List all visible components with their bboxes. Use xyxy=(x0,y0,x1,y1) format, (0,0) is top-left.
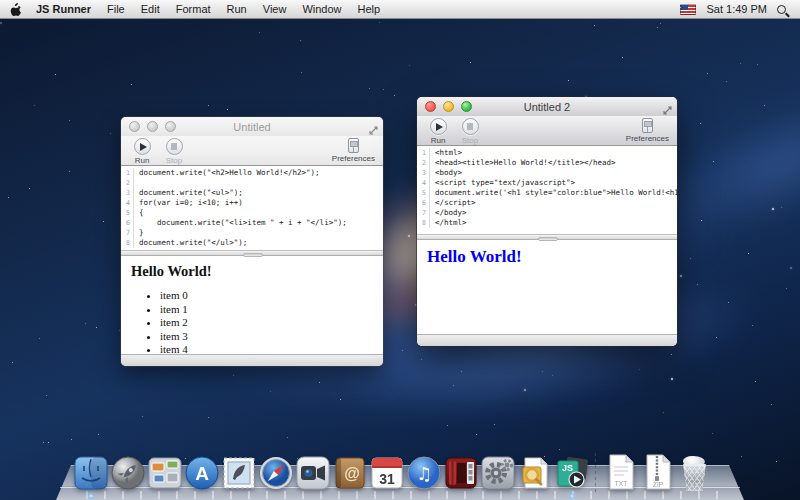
output-list: item 0item 1item 2item 3item 4item 5 xyxy=(131,289,373,354)
svg-text:ZIP: ZIP xyxy=(652,481,662,488)
output-list-item: item 2 xyxy=(160,316,373,330)
window-status-bar xyxy=(417,334,677,346)
dock-launchpad-icon[interactable] xyxy=(109,451,146,491)
code-text: <head><title>Hello World!</title></head> xyxy=(430,158,616,168)
close-button[interactable] xyxy=(425,101,436,112)
close-button[interactable] xyxy=(129,121,140,132)
window-status-bar xyxy=(121,354,383,366)
menu-item[interactable]: View xyxy=(263,3,287,15)
code-line[interactable]: 8 </html> xyxy=(417,218,677,228)
dock-ical-icon[interactable]: 31 xyxy=(368,451,405,491)
run-button[interactable]: Run xyxy=(129,138,155,165)
stop-icon xyxy=(467,123,474,130)
code-line[interactable]: 3 document.write("<ul>"); xyxy=(121,188,383,198)
preferences-switch-icon xyxy=(642,118,653,133)
svg-text:JS: JS xyxy=(562,463,573,473)
dock-app-store-icon[interactable]: A xyxy=(183,451,220,491)
dock-address-book-icon[interactable]: @ xyxy=(331,451,368,491)
dock-photo-booth-icon[interactable] xyxy=(442,451,479,491)
stop-button[interactable]: Stop xyxy=(161,138,187,165)
code-text: <body> xyxy=(430,168,462,178)
code-text: </html> xyxy=(430,218,467,228)
code-editor[interactable]: 1 <html> 2 <head><title>Hello World!</ti… xyxy=(417,146,677,234)
dock-trash-icon[interactable] xyxy=(676,451,713,491)
line-number: 6 xyxy=(121,218,134,228)
minimize-button[interactable] xyxy=(443,101,454,112)
output-heading: Hello World! xyxy=(427,247,667,267)
dock-mail-icon[interactable] xyxy=(220,451,257,491)
running-indicator xyxy=(570,494,574,498)
preferences-button[interactable]: Preferences xyxy=(332,138,375,163)
dock-facetime-icon[interactable] xyxy=(294,451,331,491)
apple-menu-icon[interactable] xyxy=(10,2,22,16)
code-line[interactable]: 3 <body> xyxy=(417,168,677,178)
code-text: </script> xyxy=(430,198,476,208)
titlebar[interactable]: Untitled 2 xyxy=(417,97,677,116)
output-list-item: item 1 xyxy=(160,303,373,317)
menu-item[interactable]: Help xyxy=(358,3,381,15)
input-language-flag-icon[interactable] xyxy=(680,4,696,15)
zoom-button[interactable] xyxy=(165,121,176,132)
svg-text:TXT: TXT xyxy=(614,480,626,487)
minimize-button[interactable] xyxy=(147,121,158,132)
run-button[interactable]: Run xyxy=(425,118,451,145)
dock-safari-icon[interactable] xyxy=(257,451,294,491)
stop-button[interactable]: Stop xyxy=(457,118,483,145)
code-line[interactable]: 6 document.write("<li>item " + i + "</li… xyxy=(121,218,383,228)
menu-item[interactable]: Run xyxy=(227,3,247,15)
spotlight-search-icon[interactable] xyxy=(777,5,786,14)
app-menu-title[interactable]: JS Runner xyxy=(36,3,91,15)
code-line[interactable]: 5 { xyxy=(121,208,383,218)
split-handle[interactable] xyxy=(417,234,677,240)
play-icon xyxy=(436,123,443,131)
zoom-button[interactable] xyxy=(461,101,472,112)
output-list-item: item 0 xyxy=(160,289,373,303)
code-line[interactable]: 7 </body> xyxy=(417,208,677,218)
code-line[interactable]: 5 document.write('<h1 style="color:blue"… xyxy=(417,188,677,198)
code-text xyxy=(134,178,139,188)
svg-text:31: 31 xyxy=(379,471,395,487)
menu-item[interactable]: File xyxy=(107,3,125,15)
stop-icon xyxy=(171,143,178,150)
line-number: 7 xyxy=(417,208,430,218)
menu-item[interactable]: Edit xyxy=(141,3,160,15)
output-heading: Hello World! xyxy=(131,263,373,280)
dock-zip-document-icon[interactable]: ZIP xyxy=(639,451,676,491)
line-number: 5 xyxy=(417,188,430,198)
menu-item[interactable]: Window xyxy=(302,3,341,15)
menubar-clock[interactable]: Sat 1:49 PM xyxy=(706,3,767,15)
dock-finder-icon[interactable] xyxy=(72,451,109,491)
window-untitled-2: Untitled 2 Run Stop Preferences 1 <html>… xyxy=(417,97,677,346)
window-title: Untitled xyxy=(233,121,270,133)
dock-preview-icon[interactable] xyxy=(516,451,553,491)
code-text: </body> xyxy=(430,208,467,218)
code-line[interactable]: 4 for(var i=0; i<10; i++) xyxy=(121,198,383,208)
code-line[interactable]: 1 <html> xyxy=(417,148,677,158)
toolbar: Run Stop Preferences xyxy=(121,136,383,166)
code-text: for(var i=0; i<10; i++) xyxy=(134,198,243,208)
play-icon xyxy=(140,143,147,151)
dock-system-preferences-icon[interactable] xyxy=(479,451,516,491)
code-line[interactable]: 2 <head><title>Hello World!</title></hea… xyxy=(417,158,677,168)
code-text: { xyxy=(134,208,144,218)
code-editor[interactable]: 1 document.write("<h2>Hello World!</h2>"… xyxy=(121,166,383,250)
code-line[interactable]: 2 xyxy=(121,178,383,188)
code-line[interactable]: 1 document.write("<h2>Hello World!</h2>"… xyxy=(121,168,383,178)
code-line[interactable]: 7 } xyxy=(121,228,383,238)
menu-list: FileEditFormatRunViewWindowHelp xyxy=(107,3,380,15)
output-list-item: item 4 xyxy=(160,343,373,354)
preferences-button[interactable]: Preferences xyxy=(626,118,669,143)
titlebar[interactable]: Untitled xyxy=(121,117,383,136)
menu-item[interactable]: Format xyxy=(176,3,211,15)
output-list-item: item 3 xyxy=(160,330,373,344)
dock-js-runner-icon[interactable]: JS xyxy=(553,451,590,491)
dock-itunes-icon[interactable]: ♫ xyxy=(405,451,442,491)
code-text: document.write("<li>item " + i + "</li>"… xyxy=(134,218,347,228)
code-line[interactable]: 6 </script> xyxy=(417,198,677,208)
dock-mission-control-icon[interactable] xyxy=(146,451,183,491)
code-line[interactable]: 4 <script type="text/javascript"> xyxy=(417,178,677,188)
svg-text:A: A xyxy=(195,463,209,484)
dock-txt-document-icon[interactable]: TXT xyxy=(602,451,639,491)
split-handle[interactable] xyxy=(121,250,383,256)
code-line[interactable]: 8 document.write("</ul>"); xyxy=(121,238,383,248)
